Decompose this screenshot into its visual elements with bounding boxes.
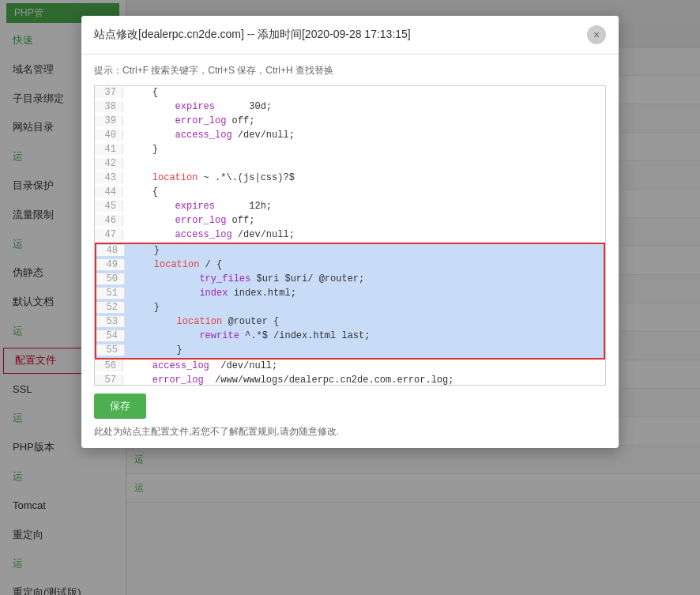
- code-line-44: 44 {: [95, 186, 605, 200]
- modal-body: 提示：Ctrl+F 搜索关键字，Ctrl+S 保存，Ctrl+H 查找替换 37…: [81, 55, 619, 448]
- code-line-46: 46 error_log off;: [95, 214, 605, 228]
- modal-overlay: 站点修改[dealerpc.cn2de.com] -- 添加时间[2020-09…: [0, 0, 700, 595]
- code-line-53: 53 location @router {: [96, 315, 604, 330]
- code-line-38: 38 expires 30d;: [95, 100, 605, 115]
- modal-title: 站点修改[dealerpc.cn2de.com] -- 添加时间[2020-09…: [94, 28, 411, 42]
- code-line-43: 43 location ~ .*\.(js|css)?$: [95, 171, 605, 186]
- code-line-41: 41 }: [95, 143, 605, 157]
- code-line-48: 48 }: [96, 244, 604, 258]
- code-line-57: 57 error_log /www/wwwlogs/dealerpc.cn2de…: [95, 374, 605, 386]
- selected-region: 48 } 49 location / { 50 try_files $uri $…: [95, 243, 605, 360]
- code-line-40: 40 access_log /dev/null;: [95, 129, 605, 143]
- code-line-50: 50 try_files $uri $uri/ @router;: [96, 273, 604, 287]
- hint-text: 提示：Ctrl+F 搜索关键字，Ctrl+S 保存，Ctrl+H 查找替换: [94, 64, 606, 77]
- code-editor[interactable]: 37 { 38 expires 30d; 39 error_log off;: [94, 85, 606, 386]
- modal-header: 站点修改[dealerpc.cn2de.com] -- 添加时间[2020-09…: [81, 16, 619, 55]
- code-line-47: 47 access_log /dev/null;: [95, 228, 605, 243]
- code-line-55: 55 }: [96, 344, 604, 358]
- code-line-52: 52 }: [96, 301, 604, 315]
- footer-note: 此处为站点主配置文件,若您不了解配置规则,请勿随意修改.: [94, 425, 606, 439]
- code-line-56: 56 access_log /dev/null;: [95, 360, 605, 374]
- close-button[interactable]: ×: [587, 25, 606, 44]
- modal-dialog: 站点修改[dealerpc.cn2de.com] -- 添加时间[2020-09…: [81, 16, 619, 448]
- save-button[interactable]: 保存: [94, 394, 146, 419]
- code-line-49: 49 location / {: [96, 258, 604, 273]
- code-line-45: 45 expires 12h;: [95, 200, 605, 214]
- code-line-54: 54 rewrite ^.*$ /index.html last;: [96, 330, 604, 344]
- code-line-42: 42: [95, 157, 605, 171]
- code-line-39: 39 error_log off;: [95, 115, 605, 129]
- code-line-37: 37 {: [95, 86, 605, 100]
- code-line-51: 51 index index.html;: [96, 287, 604, 301]
